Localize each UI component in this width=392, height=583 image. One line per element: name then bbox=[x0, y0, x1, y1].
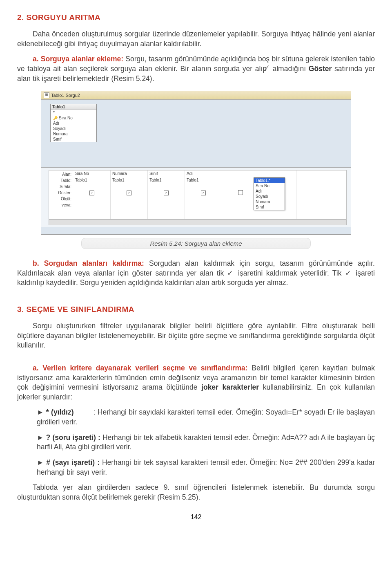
cell-alan: Adı bbox=[185, 170, 222, 177]
upper-pane: Tablo1 * 🔑Sıra No Adı Soyadı Numara Sını… bbox=[41, 100, 351, 168]
row-label: Ölçüt: bbox=[49, 196, 71, 202]
cell-sirala bbox=[148, 184, 185, 190]
row-label: Göster: bbox=[49, 190, 71, 196]
checkbox-icon bbox=[238, 190, 243, 195]
figure: ▦ Tablo1 Sorgu2 Tablo1 * 🔑Sıra No Adı So… bbox=[41, 91, 351, 235]
row-label: Alan: bbox=[49, 171, 71, 177]
checkbox-icon: ✓ bbox=[89, 191, 94, 195]
grid-column: Adı Tablo1 ✓ bbox=[185, 170, 222, 219]
bullet-marker: ► bbox=[37, 433, 46, 442]
checkbox-icon: ✓ bbox=[201, 191, 206, 195]
dropdown-item: Adı bbox=[254, 188, 285, 194]
grid-row-labels: Alan: Tablo: Sırala: Göster: Ölçüt: veya… bbox=[49, 170, 73, 208]
tablebox-row: Sınıf bbox=[51, 137, 96, 142]
query-designer-screenshot: ▦ Tablo1 Sorgu2 Tablo1 * 🔑Sıra No Adı So… bbox=[41, 91, 351, 235]
grid-column: Sıra No Tablo1 ✓ bbox=[74, 170, 111, 219]
key-icon: 🔑 bbox=[53, 116, 58, 120]
tab-bar: ▦ Tablo1 Sorgu2 bbox=[41, 91, 351, 100]
bullet-text: : Herhangi bir sayıdaki karakteri temsil… bbox=[37, 408, 375, 426]
cell-alan: Sıra No bbox=[74, 170, 110, 177]
cell-alan bbox=[259, 170, 296, 177]
sub-label: a. Verilen kritere dayanarak verileri se… bbox=[33, 364, 248, 372]
bullet-item: ► ? (soru işareti) : Herhangi bir tek al… bbox=[37, 433, 375, 452]
bullet-keyword: ? (soru işareti) : bbox=[46, 433, 100, 442]
tablebox-row: 🔑Sıra No bbox=[51, 115, 96, 121]
query-grid: Alan: Tablo: Sırala: Göster: Ölçüt: veya… bbox=[49, 170, 347, 220]
cell-goster: ✓ bbox=[148, 190, 185, 196]
bullet-marker: ► bbox=[37, 408, 46, 416]
tablebox-row: Adı bbox=[51, 121, 96, 126]
cell-sirala bbox=[74, 184, 110, 190]
cell-sirala bbox=[185, 184, 222, 190]
section-heading-1: 2. SORGUYU ARITMA bbox=[17, 13, 375, 22]
cell-tablo: Tablo1 bbox=[148, 177, 185, 184]
dropdown-item: Sıra No bbox=[254, 183, 285, 188]
figure-caption: Resim 5.24: Sorguya alan ekleme bbox=[81, 238, 311, 249]
tablebox-row: Soyadı bbox=[51, 126, 96, 131]
dropdown-item: Numara bbox=[254, 199, 285, 204]
bullet-item: ► * (yıldız): Herhangi bir sayıdaki kara… bbox=[37, 408, 375, 427]
dropdown-item: Soyadı bbox=[254, 194, 285, 199]
table-box: Tablo1 * 🔑Sıra No Adı Soyadı Numara Sını… bbox=[50, 104, 97, 142]
cell-alan bbox=[222, 170, 259, 177]
paragraph: Sorgu oluştururken filtreler uygulanarak… bbox=[17, 321, 375, 350]
row-label: Sırala: bbox=[49, 184, 71, 190]
cell-goster: ✓ bbox=[111, 190, 147, 196]
tablebox-row: * bbox=[51, 110, 96, 115]
tab-label: Tablo1 Sorgu2 bbox=[51, 93, 80, 98]
dropdown-item: Sınıf bbox=[254, 204, 285, 210]
bold-text: joker karakterler bbox=[201, 383, 259, 391]
row-label: veya: bbox=[49, 202, 71, 208]
tablebox-title: Tablo1 bbox=[51, 104, 96, 110]
sub-label: b. Sorgudan alanları kaldırma: bbox=[33, 259, 144, 267]
cell-tablo: Tablo1 bbox=[111, 177, 147, 184]
field-name: Sıra No bbox=[59, 116, 73, 120]
paragraph: a. Sorguya alanlar ekleme: Sorgu, tasarı… bbox=[17, 54, 375, 83]
cell-sirala bbox=[111, 184, 147, 190]
dropdown-item: Tablo1.* bbox=[254, 178, 285, 183]
cell-tablo: Tablo1 bbox=[185, 177, 222, 184]
row-label: Tablo: bbox=[49, 177, 71, 184]
cell-goster: ✓ bbox=[185, 190, 222, 196]
cell-alan: Numara bbox=[111, 170, 147, 177]
paragraph: b. Sorgudan alanları kaldırma: Sorgudan … bbox=[17, 259, 375, 288]
field-dropdown: Tablo1.* Sıra No Adı Soyadı Numara Sınıf bbox=[254, 177, 285, 210]
paragraph: Tabloda yer alan girdilerden sadece 9. s… bbox=[17, 483, 375, 502]
bullet-keyword: # (sayı işareti) : bbox=[46, 458, 100, 466]
horizontal-scrollbar bbox=[49, 220, 347, 225]
bullet-list: ► * (yıldız): Herhangi bir sayıdaki kara… bbox=[37, 408, 375, 477]
paragraph: Daha önceden oluşturulmuş sorgular üzeri… bbox=[17, 29, 375, 49]
cell-tablo: Tablo1 bbox=[74, 177, 110, 184]
tablebox-row: Numara bbox=[51, 131, 96, 137]
lower-pane: Alan: Tablo: Sırala: Göster: Ölçüt: veya… bbox=[41, 168, 351, 227]
grid-columns: Sıra No Tablo1 ✓ Numara Tablo1 ✓ Sınıf T… bbox=[74, 170, 346, 219]
bullet-keyword: * (yıldız) bbox=[46, 408, 74, 416]
cell-goster: ✓ bbox=[74, 190, 110, 196]
page-number: 142 bbox=[17, 513, 375, 521]
paragraph: a. Verilen kritere dayanarak verileri se… bbox=[17, 363, 375, 402]
bullet-marker: ► bbox=[37, 458, 46, 466]
sub-label: a. Sorguya alanlar ekleme: bbox=[33, 55, 123, 63]
bold-text: Göster bbox=[309, 65, 332, 73]
checkbox-icon: ✓ bbox=[127, 191, 131, 195]
grid-column: Sınıf Tablo1 ✓ bbox=[148, 170, 185, 219]
checkbox-icon: ✓ bbox=[164, 191, 169, 195]
cell-alan: Sınıf bbox=[148, 170, 185, 177]
bullet-item: ► # (sayı işareti) : Herhangi bir tek sa… bbox=[37, 458, 375, 477]
tab-icon: ▦ bbox=[44, 92, 49, 98]
grid-column: Numara Tablo1 ✓ bbox=[111, 170, 148, 219]
section-heading-2: 3. SEÇME VE SINIFLANDIRMA bbox=[17, 305, 375, 314]
